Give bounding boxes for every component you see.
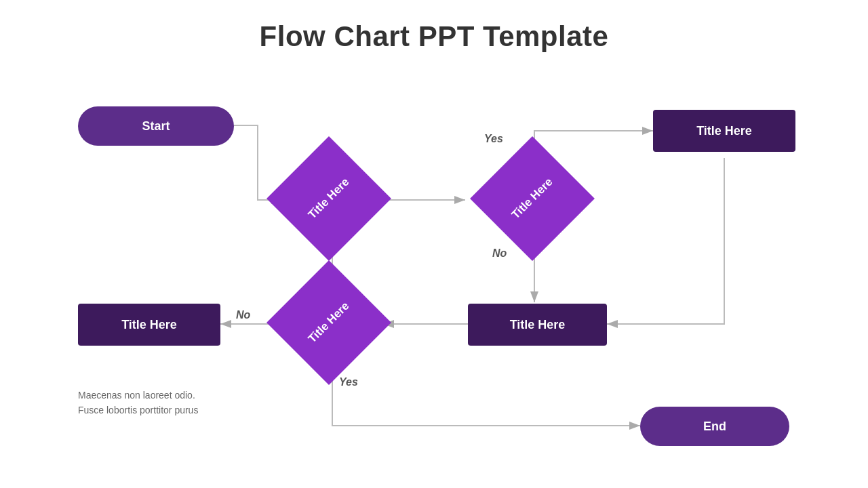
rect-bottom-mid-label: Title Here [510,318,566,332]
diamond2-wrapper: Title Here [488,155,576,243]
footnote: Maecenas non laoreet odio. Fusce loborti… [78,388,198,418]
start-label: Start [142,119,170,134]
no1-label: No [492,247,507,260]
end-node: End [640,407,789,446]
rect-top-right-label: Title Here [696,124,752,138]
diamond1-wrapper: Title Here [285,155,373,243]
rect-bottom-left-label: Title Here [121,318,177,332]
rect-bottom-mid: Title Here [468,304,607,346]
diamond3-wrapper: Title Here [285,279,373,367]
footnote-line1: Maecenas non laoreet odio. [78,390,195,401]
yes1-label: Yes [484,133,503,145]
footnote-line2: Fusce lobortis porttitor purus [78,405,198,415]
yes2-label: Yes [339,376,358,388]
page-title: Flow Chart PPT Template [0,0,868,53]
rect-top-right: Title Here [653,110,795,152]
start-node: Start [78,106,234,146]
end-label: End [703,420,726,434]
no2-label: No [236,309,250,321]
rect-bottom-left: Title Here [78,304,220,346]
